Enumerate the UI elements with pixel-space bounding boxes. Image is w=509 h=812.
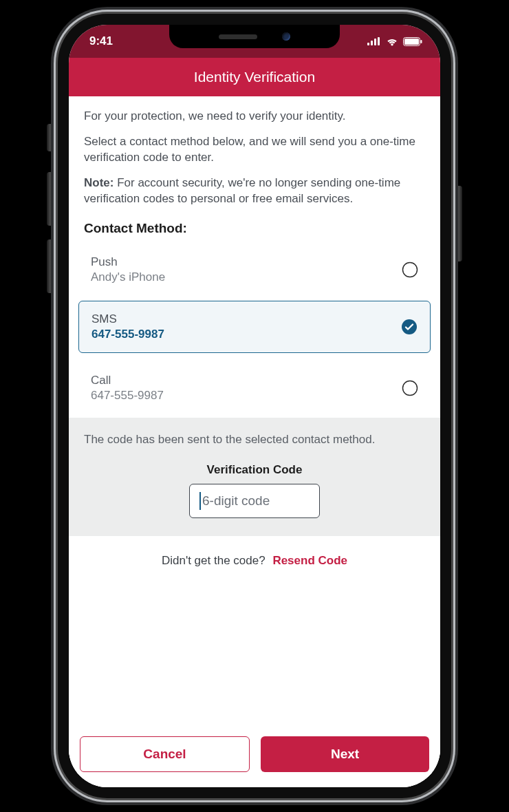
intro-block: For your protection, we need to verify y… [69,96,440,207]
resend-code-link[interactable]: Resend Code [272,554,347,567]
phone-volume-down [47,239,54,293]
contact-method-title: Contact Method: [69,217,440,246]
svg-point-7 [403,262,418,277]
footer-actions: Cancel Next [69,728,440,787]
screen: 9:41 [69,25,440,787]
code-input-placeholder: 6-digit code [202,493,270,509]
svg-rect-1 [371,41,373,45]
contact-method-sms[interactable]: SMS 647-555-9987 [78,301,431,353]
phone-frame: 9:41 [58,14,451,798]
text-caret [199,492,201,510]
svg-rect-6 [421,40,422,43]
cancel-button-label: Cancel [143,747,186,762]
svg-point-9 [403,381,418,395]
verification-panel: The code has been sent to the selected c… [69,418,440,536]
battery-icon [403,37,422,46]
method-label: Call [91,374,164,387]
svg-rect-3 [378,37,380,45]
radio-checked-icon [401,319,418,335]
method-label: SMS [91,312,164,326]
status-time: 9:41 [89,34,113,48]
phone-volume-up [47,172,54,226]
contact-method-call[interactable]: Call 647-555-9987 [78,364,431,412]
next-button[interactable]: Next [261,736,429,772]
radio-unchecked-icon [402,261,418,278]
radio-unchecked-icon [402,380,418,396]
wifi-icon [386,37,398,46]
device-notch [169,25,340,48]
intro-note: Note: For account security, we're no lon… [84,175,425,207]
method-value: 647-555-9987 [91,328,164,341]
svg-rect-2 [374,39,376,45]
code-sent-message: The code has been sent to the selected c… [84,433,425,447]
verification-code-input[interactable]: 6-digit code [189,484,320,518]
phone-silent-switch [47,124,54,151]
method-value: Andy's iPhone [91,270,165,284]
note-text: For account security, we're no longer se… [84,176,400,205]
intro-line-2: Select a contact method below, and we wi… [84,134,425,166]
next-button-label: Next [331,747,359,762]
resend-prompt: Didn't get the code? [162,554,266,567]
svg-rect-0 [367,43,369,45]
speaker-grill [219,34,257,39]
contact-method-push[interactable]: Push Andy's iPhone [78,246,431,294]
svg-rect-5 [404,39,419,45]
intro-line-1: For your protection, we need to verify y… [84,109,425,125]
phone-power-button [455,186,462,261]
note-label: Note: [84,176,113,189]
verification-code-label: Verification Code [84,463,425,477]
cancel-button[interactable]: Cancel [80,736,250,772]
page-title-bar: Identity Verification [69,58,440,96]
cellular-icon [367,37,381,45]
method-label: Push [91,255,165,269]
content-area: For your protection, we need to verify y… [69,96,440,787]
page-title: Identity Verification [194,69,315,85]
method-value: 647-555-9987 [91,389,164,403]
resend-row: Didn't get the code? Resend Code [69,536,440,586]
front-camera [282,32,290,41]
